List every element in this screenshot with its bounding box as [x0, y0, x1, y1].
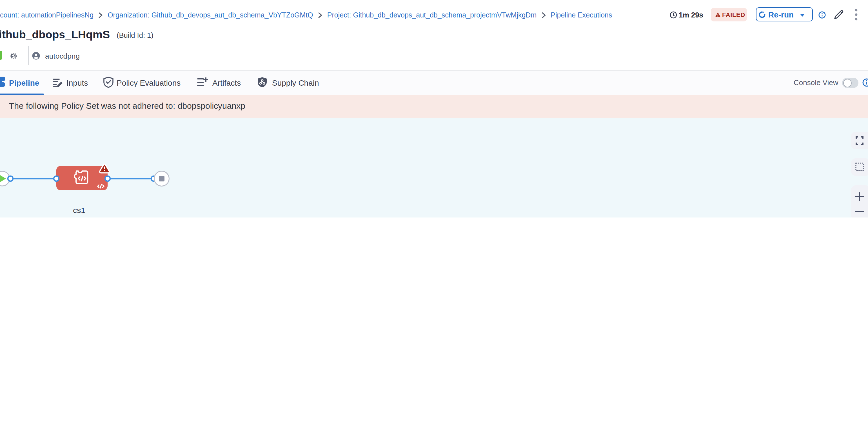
svg-text:cs1: cs1 [73, 206, 85, 214]
